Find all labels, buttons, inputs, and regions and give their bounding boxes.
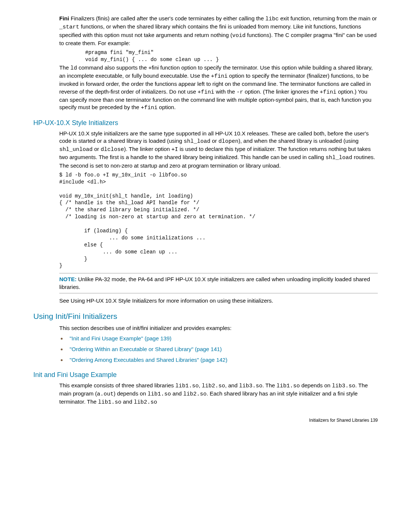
note-box: NOTE: Unlike PA-32 mode, the PA-64 and I…: [59, 273, 378, 293]
list-item: "Ordering Among Executables and Shared L…: [67, 356, 378, 364]
heading-init-fini: Using Init/Fini Initializers: [33, 311, 378, 321]
fini-paragraph: Fini Finalizers (finis) are called after…: [59, 15, 378, 47]
page-footer: Initializers for Shared Libraries 139: [33, 417, 378, 423]
code-block-2: $ ld -b foo.o +I my_10x_init -o libfoo.s…: [59, 172, 378, 269]
heading-init-fini-example: Init and Fini Usage Example: [33, 370, 378, 379]
intro-paragraph: This section describes use of init/fini …: [59, 324, 378, 332]
list-item: "Ordering Within an Executable or Shared…: [67, 345, 378, 353]
list-item: "Init and Fini Usage Example" (page 139): [67, 334, 378, 342]
link-init-fini-example[interactable]: "Init and Fini Usage Example" (page 139): [70, 335, 171, 341]
see-paragraph: See Using HP-UX 10.X Style Initializers …: [59, 297, 378, 304]
hpux-paragraph: HP-UX 10.X style initializers are the sa…: [59, 130, 378, 169]
link-ordering-within[interactable]: "Ordering Within an Executable or Shared…: [70, 346, 222, 352]
fini-bold: Fini: [59, 15, 69, 21]
note-label: NOTE:: [59, 276, 77, 282]
ld-paragraph: The ld command also supports the +fini f…: [59, 64, 378, 112]
code-block-1: #pragma fini "my_fini" void my_fini() { …: [85, 49, 378, 63]
link-list: "Init and Fini Usage Example" (page 139)…: [67, 334, 378, 364]
note-text: Unlike PA-32 mode, the PA-64 and IPF HP-…: [59, 276, 370, 290]
example-paragraph: This example consists of three shared li…: [59, 382, 378, 407]
link-ordering-among[interactable]: "Ordering Among Executables and Shared L…: [70, 357, 227, 363]
heading-hpux-initializers: HP-UX-10.X Style Initializers: [33, 118, 378, 127]
